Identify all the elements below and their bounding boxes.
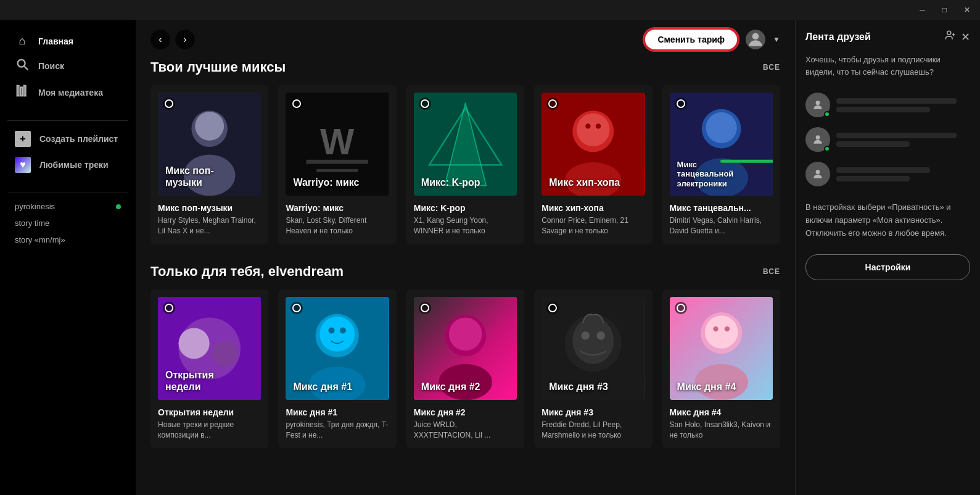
card-radio-icon-mix4 [675, 302, 687, 314]
friend-line-2a [836, 133, 957, 138]
playlist-item-story-time[interactable]: story time [7, 215, 128, 231]
card-image-wrap-electronic: Микстанцевальнойэлектроники [670, 93, 773, 196]
title-bar: ─ □ ✕ [0, 0, 980, 20]
friends-invite-text: Хочешь, чтобы друзья и подписчики видели… [805, 54, 970, 78]
friend-avatar-1 [805, 93, 830, 117]
card-overlay-kpop: Микс: K-pop [421, 177, 480, 188]
sidebar: ⌂ Главная Поиск Моя медиатека + Создать … [0, 20, 136, 495]
back-button[interactable]: ‹ [150, 30, 170, 49]
svg-point-52 [724, 327, 729, 331]
card-image-wrap-warriyo: W Warriyo: микс [286, 93, 389, 196]
card-discoveries[interactable]: Открытиянедели Открытия недели Новые тре… [150, 289, 268, 448]
topbar-nav: ‹ › [150, 30, 195, 49]
upgrade-button[interactable]: Сменить тариф [644, 28, 738, 51]
playlist-label-story-mn-mj: story «mn/mj» [15, 235, 65, 244]
card-kpop[interactable]: Микс: K-pop Микс: K-pop X1, Kang Seung Y… [406, 85, 524, 244]
card-title-pop: Микс поп-музыки [158, 203, 261, 213]
card-hiphop[interactable]: Микс хип-хопа Микс хип-хопа Connor Price… [534, 85, 652, 244]
card-warriyo[interactable]: W Warriyo: микс Warriyo: микс Skan, Lost [278, 85, 396, 244]
card-image-wrap-pop: Микс поп-музыки [158, 93, 261, 196]
best-mixes-all-link[interactable]: ВСЕ [763, 63, 780, 72]
card-title-discoveries: Открытия недели [158, 407, 261, 417]
favorites-icon: ♥ [15, 157, 31, 173]
card-overlay-mix3: Микс дня #3 [549, 381, 608, 393]
card-title-mix3: Микс дня #3 [541, 407, 644, 417]
card-radio-icon-electronic [675, 98, 687, 110]
card-title-hiphop: Микс хип-хопа [541, 203, 644, 213]
card-subtitle-pop: Harry Styles, Meghan Trainor, Lil Nas X … [158, 215, 261, 236]
card-day-mix-4[interactable]: Микс дня #4 Микс дня #4 San Holo, Insan3… [662, 289, 780, 448]
for-you-all-link[interactable]: ВСЕ [763, 267, 780, 276]
friend-info-1 [836, 98, 970, 112]
add-friend-icon[interactable] [945, 30, 956, 44]
forward-button[interactable]: › [175, 30, 195, 49]
friend-lines-2 [836, 133, 970, 147]
card-image-wrap-hiphop: Микс хип-хопа [541, 93, 644, 196]
favorites-button[interactable]: ♥ Любимые треки [7, 152, 128, 178]
card-pop-mix[interactable]: Микс поп-музыки Микс поп-музыки Harry St… [150, 85, 268, 244]
svg-point-58 [816, 170, 820, 174]
playlist-item-story-mn-mj[interactable]: story «mn/mj» [7, 231, 128, 248]
playlist-label-story-time: story time [15, 218, 49, 228]
friend-line-3b [836, 176, 910, 181]
topbar: ‹ › Сменить тариф ▼ [136, 20, 795, 59]
user-avatar[interactable] [746, 30, 765, 49]
minimize-button[interactable]: ─ [915, 3, 930, 17]
friend-line-2b [836, 141, 910, 147]
card-image-wrap-discoveries: Открытиянедели [158, 297, 261, 400]
svg-point-22 [596, 123, 601, 128]
svg-point-50 [705, 315, 738, 349]
card-image-wrap-mix3: Микс дня #3 [541, 297, 644, 400]
card-overlay-mix2: Микс дня #2 [421, 381, 480, 393]
close-button[interactable]: ✕ [959, 3, 975, 17]
card-image-wrap-kpop: Микс: K-pop [414, 93, 517, 196]
sidebar-item-search[interactable]: Поиск [7, 52, 128, 79]
card-day-mix-1[interactable]: Микс дня #1 Микс дня #1 pyrokinesis, Три… [278, 289, 396, 448]
app-container: ⌂ Главная Поиск Моя медиатека + Создать … [0, 20, 980, 495]
dropdown-arrow-icon[interactable]: ▼ [773, 35, 780, 44]
card-title-kpop: Микс: K-pop [414, 203, 517, 213]
topbar-right: Сменить тариф ▼ [644, 28, 780, 51]
svg-rect-13 [317, 169, 358, 172]
card-image-wrap-mix2: Микс дня #2 [414, 297, 517, 400]
sidebar-item-search-label: Поиск [38, 61, 64, 71]
friends-settings-button[interactable]: Настройки [805, 254, 970, 280]
best-mixes-header: Твои лучшие миксы ВСЕ [150, 59, 780, 75]
friends-header-icons: ✕ [945, 30, 970, 44]
svg-point-35 [320, 317, 355, 352]
friend-lines-1 [836, 98, 970, 112]
card-electronic[interactable]: Микстанцевальнойэлектроники Микс танцева… [662, 85, 780, 244]
card-subtitle-mix4: San Holo, Insan3lik3, Kaivon и не только [670, 420, 773, 441]
friend-avatar-3 [805, 162, 830, 186]
card-title-mix2: Микс дня #2 [414, 407, 517, 417]
svg-point-41 [449, 317, 482, 351]
best-mixes-grid: Микс поп-музыки Микс поп-музыки Harry St… [150, 85, 780, 244]
create-playlist-button[interactable]: + Создать плейлист [7, 126, 128, 152]
sidebar-item-home[interactable]: ⌂ Главная [7, 30, 128, 52]
card-day-mix-2[interactable]: Микс дня #2 Микс дня #2 Juice WRLD, XXXT… [406, 289, 524, 448]
sidebar-item-library-label: Моя медиатека [38, 88, 103, 98]
close-friends-panel-icon[interactable]: ✕ [961, 30, 970, 44]
main-content: ‹ › Сменить тариф ▼ Твои лучшие миксы ВС… [136, 20, 795, 495]
svg-point-5 [752, 33, 759, 40]
playlist-item-pyrokinesis[interactable]: pyrokinesis [7, 198, 128, 215]
friend-item-2 [805, 127, 970, 152]
card-subtitle-discoveries: Новые треки и редкие композиции в... [158, 420, 261, 441]
card-radio-icon-pop [163, 98, 175, 110]
svg-line-1 [24, 66, 28, 70]
svg-point-51 [713, 327, 718, 331]
svg-point-30 [178, 328, 209, 359]
svg-point-0 [18, 60, 25, 67]
friend-item-1 [805, 93, 970, 117]
for-you-section: Только для тебя, elvendream ВСЕ [150, 264, 780, 448]
activity-indicator [116, 204, 121, 209]
content-body: Твои лучшие миксы ВСЕ [136, 59, 795, 495]
friend-line-1a [836, 98, 957, 104]
sidebar-item-library[interactable]: Моя медиатека [7, 79, 128, 106]
svg-point-57 [816, 135, 820, 139]
card-subtitle-mix2: Juice WRLD, XXXTENTACION, Lil ... [414, 420, 517, 441]
card-radio-icon-kpop [419, 98, 431, 110]
maximize-button[interactable]: □ [937, 3, 952, 17]
friends-panel-title: Лента друзей [805, 31, 871, 43]
card-day-mix-3[interactable]: Микс дня #3 Микс дня #3 Freddie Dredd, L… [534, 289, 652, 448]
